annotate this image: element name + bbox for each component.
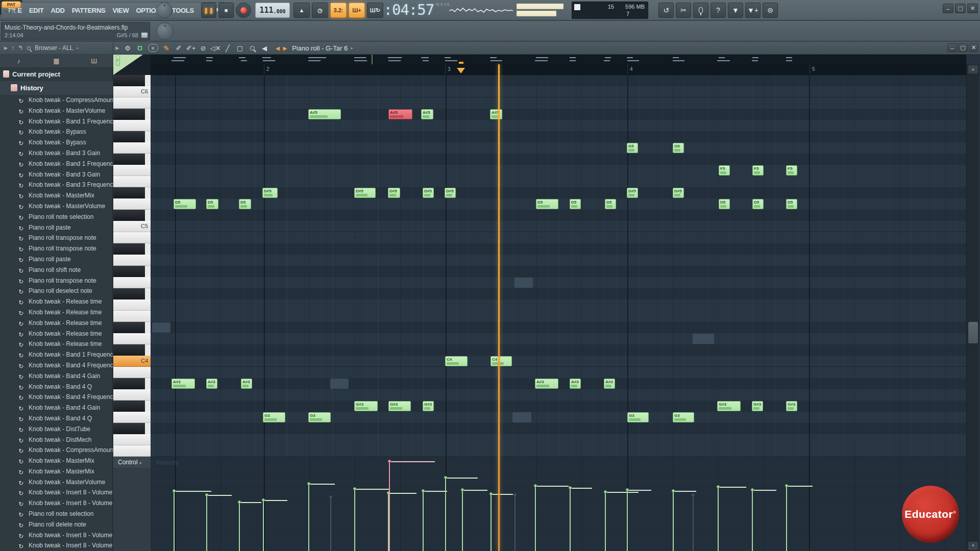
key-G5[interactable]	[113, 142, 151, 154]
browser-tab-1[interactable]: ▦	[38, 55, 76, 67]
key-E5[interactable]	[113, 176, 151, 187]
vertical-scrollbar[interactable]: ▲ ▼	[966, 64, 979, 551]
history-item[interactable]: ↻Knob tweak - CompressAmount	[0, 95, 113, 106]
velocity-stem[interactable]	[786, 486, 787, 551]
history-item[interactable]: ↻Knob tweak - Band 4 Frequency	[0, 360, 113, 371]
note-F5[interactable]: F5	[786, 165, 797, 176]
note-A#5[interactable]: A#5	[308, 109, 341, 119]
options-arrow-icon[interactable]: ▶	[113, 45, 121, 51]
menu-patterns[interactable]: PATTERNS	[68, 7, 109, 14]
history-item[interactable]: ↻Knob tweak - Band 1 Frequency	[0, 116, 113, 127]
history-item[interactable]: ↻Piano roll delete note	[0, 519, 113, 530]
note-D5[interactable]: D5	[570, 199, 581, 209]
history-item[interactable]: ↻Piano roll note selection	[0, 212, 113, 222]
key-G#4[interactable]	[113, 266, 151, 277]
velocity-stem[interactable]	[423, 491, 424, 551]
note-A#5[interactable]: A#5	[490, 109, 502, 119]
note-A#3[interactable]: A#3	[241, 379, 252, 389]
velocity-stem[interactable]	[570, 488, 571, 551]
main-volume-knob[interactable]	[156, 2, 173, 18]
key-G4[interactable]	[113, 277, 151, 288]
note-D#5[interactable]: D#5	[627, 188, 638, 198]
velocity-stem[interactable]	[445, 478, 446, 551]
note-D5[interactable]: D5	[752, 199, 764, 209]
stop-button[interactable]: ■	[218, 3, 234, 18]
note-G3[interactable]: G3	[308, 412, 331, 422]
velocity-stem[interactable]	[605, 492, 606, 551]
note-D#5[interactable]: D#5	[262, 188, 278, 198]
browser-tab-2[interactable]: Ш	[75, 55, 113, 67]
note-A#3[interactable]: A#3	[535, 379, 558, 389]
history-item[interactable]: ↻Knob tweak - Insert 8 - Volume	[0, 498, 113, 509]
history-item[interactable]: ↻Knob tweak - Release time	[0, 307, 113, 318]
history-item[interactable]: ↻Knob tweak - Release time	[0, 339, 113, 349]
velocity-stem[interactable]	[462, 490, 463, 551]
key-D#5[interactable]	[113, 187, 151, 198]
velocity-stem[interactable]	[752, 490, 753, 551]
key-F#4[interactable]	[113, 288, 151, 299]
history-item[interactable]: ↻Knob tweak - MasterVolume	[0, 106, 113, 116]
menu-add[interactable]: ADD	[47, 7, 68, 14]
metronome-icon[interactable]: ▲	[293, 3, 310, 18]
prev-next-arrows[interactable]: ◀ ▶	[276, 45, 288, 51]
maximize-button[interactable]: ▢	[955, 4, 966, 13]
history-item[interactable]: ↻Piano roll transpose note	[0, 276, 113, 286]
velocity-stem[interactable]	[354, 489, 355, 551]
history-item[interactable]: ↻Knob tweak - MasterVolume	[0, 201, 113, 212]
save-icon[interactable]: ▼	[728, 3, 743, 18]
note-G#3[interactable]: G#3	[423, 401, 434, 411]
key-F3[interactable]	[113, 434, 151, 445]
draw-pencil-icon[interactable]: ✎	[160, 44, 173, 52]
note-A#3[interactable]: A#3	[604, 379, 615, 389]
paint-brush-icon[interactable]: ✐	[173, 44, 185, 52]
control-selector[interactable]: Control▸	[113, 457, 151, 468]
history-item[interactable]: ↻Knob tweak - Insert 8 - Volume	[0, 487, 113, 498]
history-item[interactable]: ↻Knob tweak - MasterMix	[0, 466, 113, 477]
velocity-stem-ghost[interactable]	[330, 497, 331, 551]
menu-tools[interactable]: TOOLS	[168, 7, 198, 14]
key-A3[interactable]	[113, 389, 151, 400]
key-D4[interactable]	[113, 333, 151, 344]
browser-back-icon[interactable]: ↰	[18, 44, 23, 52]
note-G#3[interactable]: G#3	[388, 401, 411, 411]
record-button[interactable]	[236, 3, 251, 18]
note-G5[interactable]: G5	[673, 143, 684, 153]
key-C#4[interactable]	[113, 344, 151, 356]
history-item[interactable]: ↻Knob tweak - Band 4 Frequency	[0, 392, 113, 403]
history-item[interactable]: ↻Knob tweak - Band 4 Q	[0, 382, 113, 392]
velocity-stem[interactable]	[174, 491, 175, 551]
velocity-stem[interactable]	[308, 484, 309, 551]
key-C#5[interactable]	[113, 210, 151, 221]
timeline[interactable]: 2345	[151, 64, 966, 75]
key-A#4[interactable]	[113, 243, 151, 255]
history-item[interactable]: ↻Piano roll shift note	[0, 265, 113, 276]
history-item[interactable]: ↻Piano roll deselect note	[0, 286, 113, 296]
pr-minimize-button[interactable]: –	[947, 43, 957, 52]
key-C4[interactable]: C4	[113, 356, 151, 367]
key-C5[interactable]: C5	[113, 221, 151, 232]
browser-menu-arrow-icon[interactable]: ▸	[77, 45, 79, 51]
history-item[interactable]: ↻Knob tweak - Bypass	[0, 127, 113, 137]
browser-tab-0[interactable]: ♪	[0, 55, 38, 67]
countdown-record-icon[interactable]: Ш+	[349, 3, 365, 18]
key-C#6[interactable]	[113, 75, 151, 86]
key-E3[interactable]	[113, 445, 151, 457]
history-item[interactable]: ↻Knob tweak - MasterMix	[0, 190, 113, 201]
velocity-stem-ghost[interactable]	[693, 495, 694, 551]
note-D#5[interactable]: D#5	[354, 188, 376, 198]
history-item[interactable]: ↻Piano roll transpose note	[0, 233, 113, 243]
note-D5[interactable]: D5	[605, 199, 616, 209]
play-pause-button[interactable]: ❚❚	[201, 3, 216, 18]
note-D5[interactable]: D5	[239, 199, 251, 209]
note-G#3[interactable]: G#3	[786, 401, 797, 411]
key-A4[interactable]	[113, 255, 151, 266]
song-mode-label[interactable]: SONG	[2, 9, 20, 14]
delete-icon[interactable]: ⊘	[197, 44, 209, 52]
tools-icon[interactable]: ⚙	[121, 44, 134, 52]
playback-icon[interactable]: ◀	[258, 44, 271, 52]
note-grid[interactable]: A#5A#5A#5A#5G5G5F5F5F5D#5D#5D#5D#5D#5D#5…	[151, 75, 966, 457]
key-G#5[interactable]	[113, 131, 151, 142]
history-item[interactable]: ↻Knob tweak - Band 4 Q	[0, 413, 113, 424]
pat-mode-label[interactable]: PAT	[2, 2, 20, 8]
key-G3[interactable]	[113, 412, 151, 423]
